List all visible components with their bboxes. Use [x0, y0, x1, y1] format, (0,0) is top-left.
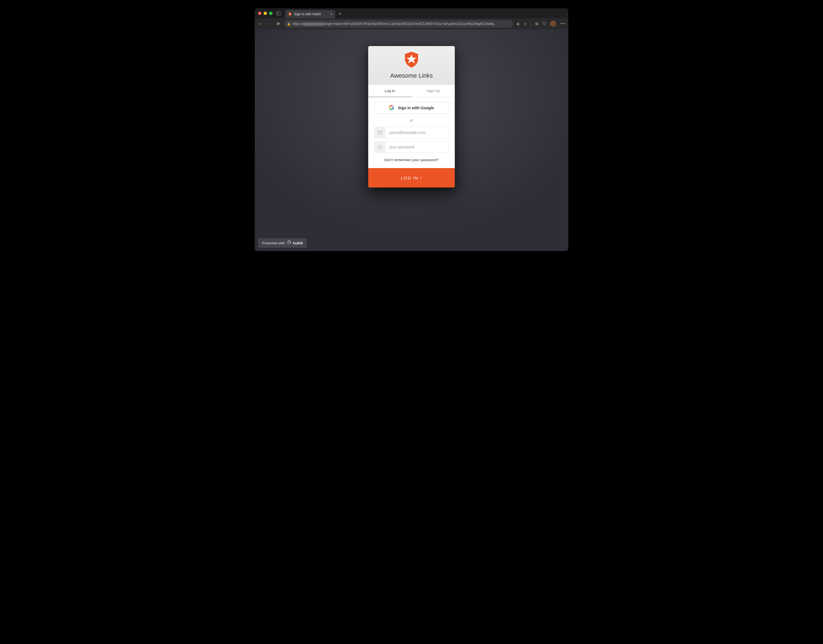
- forward-button[interactable]: →: [266, 21, 272, 26]
- browser-window: Sign In with Auth0 × + ← → ⟳ 🔒 https:///…: [255, 8, 568, 251]
- password-input[interactable]: [386, 141, 448, 153]
- google-icon: [389, 105, 394, 111]
- more-menu-button[interactable]: •••: [560, 22, 565, 26]
- login-card: Awesome Links Log In Sign Up: [368, 46, 455, 187]
- back-button[interactable]: ←: [258, 21, 263, 26]
- tab-signup[interactable]: Sign Up: [412, 85, 455, 97]
- login-submit-button[interactable]: LOG IN ›: [368, 168, 455, 187]
- lock-icon: 🔒: [287, 22, 291, 26]
- toolbar-divider: [531, 21, 531, 26]
- forgot-password-link[interactable]: Don't remember your password?: [374, 158, 449, 162]
- close-window-button[interactable]: [258, 12, 261, 15]
- maximize-window-button[interactable]: [269, 12, 272, 15]
- window-titlebar: Sign In with Auth0 × +: [255, 8, 568, 18]
- sidebar-toggle-icon[interactable]: [276, 12, 281, 15]
- password-input-group: [374, 141, 449, 153]
- login-submit-label: LOG IN: [401, 176, 418, 180]
- reload-button[interactable]: ⟳: [275, 21, 281, 27]
- tab-title: Sign In with Auth0: [294, 12, 321, 16]
- toolbar-actions: ⊕ ✩ ⚙ ⛉ •••: [516, 21, 565, 27]
- url-scheme: https://: [292, 22, 302, 26]
- page-viewport: Awesome Links Log In Sign Up: [255, 29, 568, 251]
- card-header: Awesome Links: [368, 46, 455, 85]
- browser-toolbar: ← → ⟳ 🔒 https:///login?state=hKFo2SB4NTR…: [255, 18, 568, 29]
- tab-favicon-icon: [288, 12, 292, 16]
- minimize-window-button[interactable]: [264, 12, 267, 15]
- new-tab-button[interactable]: +: [339, 11, 342, 17]
- email-icon: [375, 127, 386, 138]
- zoom-icon[interactable]: ⊕: [516, 21, 520, 26]
- collections-icon[interactable]: ⛉: [542, 21, 547, 26]
- app-title: Awesome Links: [368, 72, 455, 79]
- chevron-right-icon: ›: [420, 175, 422, 180]
- auth0-brand-label: Auth0: [292, 241, 303, 245]
- card-body: Sign in with Google or Don't remember yo…: [368, 97, 455, 168]
- profile-avatar[interactable]: [550, 21, 556, 27]
- shield-logo-icon: [404, 51, 419, 69]
- svg-rect-3: [379, 147, 382, 149]
- traffic-lights: [258, 12, 272, 15]
- lock-icon: [375, 141, 386, 153]
- url-path: /login?state=hKFo2SB4NTRIaUNjU083Vm11aU5…: [325, 22, 496, 26]
- auth0-logo-icon: [287, 241, 291, 245]
- close-tab-button[interactable]: ×: [330, 12, 332, 16]
- address-bar[interactable]: 🔒 https:///login?state=hKFo2SB4NTRIaUNjU…: [284, 20, 513, 28]
- email-input-group: [374, 127, 449, 138]
- tab-login[interactable]: Log In: [368, 85, 412, 97]
- auth0-brand: Auth0: [287, 241, 303, 245]
- extensions-icon[interactable]: ⚙: [535, 21, 539, 26]
- url-redacted: [302, 23, 325, 26]
- protected-prefix: Protected with: [262, 241, 285, 245]
- google-signin-button[interactable]: Sign in with Google: [374, 102, 449, 114]
- email-input[interactable]: [386, 127, 448, 138]
- google-signin-label: Sign in with Google: [398, 106, 434, 110]
- protected-badge: Protected with Auth0: [258, 238, 307, 248]
- or-separator: or: [374, 118, 449, 122]
- url-text: https:///login?state=hKFo2SB4NTRIaUNjU08…: [292, 22, 510, 26]
- favorite-icon[interactable]: ✩: [524, 21, 527, 26]
- auth-tabs: Log In Sign Up: [368, 85, 455, 97]
- browser-tab[interactable]: Sign In with Auth0 ×: [285, 10, 335, 18]
